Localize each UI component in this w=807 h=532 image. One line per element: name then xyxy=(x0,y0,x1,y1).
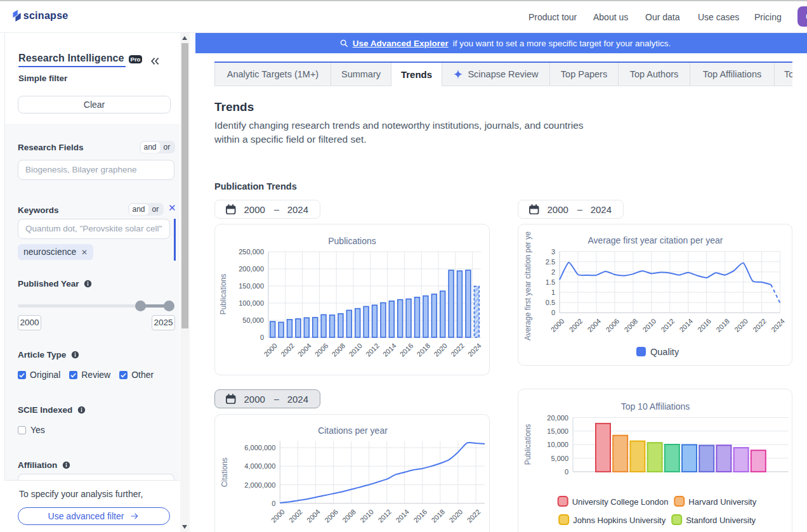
svg-text:50,000: 50,000 xyxy=(242,316,264,324)
svg-text:2.5: 2.5 xyxy=(546,258,555,266)
svg-text:2000: 2000 xyxy=(549,317,566,334)
svg-text:200,000: 200,000 xyxy=(239,265,264,273)
svg-text:2012: 2012 xyxy=(364,342,381,358)
svg-text:Citations: Citations xyxy=(220,458,229,488)
svg-text:10,000: 10,000 xyxy=(547,441,568,448)
svg-text:Citations per year: Citations per year xyxy=(318,425,388,436)
svg-text:6,000,000: 6,000,000 xyxy=(244,444,275,451)
svg-text:Average first year citation pe: Average first year citation per year xyxy=(588,235,723,245)
svg-text:2014: 2014 xyxy=(394,508,410,524)
svg-text:2000: 2000 xyxy=(262,342,279,358)
svg-text:2000: 2000 xyxy=(270,508,286,524)
svg-text:2018: 2018 xyxy=(430,508,446,524)
svg-text:2018: 2018 xyxy=(714,317,731,334)
svg-text:2014: 2014 xyxy=(381,342,398,358)
svg-text:2: 2 xyxy=(551,268,555,276)
svg-text:0: 0 xyxy=(551,309,555,316)
svg-text:2002: 2002 xyxy=(279,342,296,358)
svg-text:2006: 2006 xyxy=(605,317,621,334)
svg-text:2022: 2022 xyxy=(466,508,482,524)
svg-text:20,000: 20,000 xyxy=(547,414,568,422)
svg-text:4,000,000: 4,000,000 xyxy=(244,462,275,470)
svg-text:2024: 2024 xyxy=(770,317,786,334)
svg-text:2002: 2002 xyxy=(568,317,584,334)
svg-text:0: 0 xyxy=(272,500,275,507)
svg-text:2004: 2004 xyxy=(586,317,603,334)
svg-text:Top 10 Affiliations: Top 10 Affiliations xyxy=(621,401,690,412)
svg-text:Quality: Quality xyxy=(650,347,679,357)
svg-text:Publications: Publications xyxy=(328,236,376,246)
svg-text:2024: 2024 xyxy=(466,342,483,358)
svg-text:100,000: 100,000 xyxy=(239,299,264,307)
svg-text:Publications: Publications xyxy=(219,274,228,315)
svg-text:3: 3 xyxy=(551,248,555,256)
svg-text:2002: 2002 xyxy=(287,508,304,524)
svg-text:2006: 2006 xyxy=(323,508,339,524)
svg-text:2010: 2010 xyxy=(641,317,657,334)
svg-text:2008: 2008 xyxy=(623,317,640,334)
svg-text:2010: 2010 xyxy=(358,508,375,524)
svg-text:1: 1 xyxy=(551,289,555,296)
svg-text:2016: 2016 xyxy=(398,342,415,358)
svg-text:150,000: 150,000 xyxy=(239,282,264,290)
svg-text:2006: 2006 xyxy=(313,342,330,358)
svg-text:University College London: University College London xyxy=(572,497,669,507)
svg-text:2020: 2020 xyxy=(733,317,749,334)
svg-text:5,000: 5,000 xyxy=(551,455,568,462)
svg-text:0: 0 xyxy=(260,334,264,341)
svg-text:Publications: Publications xyxy=(523,424,532,465)
svg-text:0.5: 0.5 xyxy=(546,299,555,306)
svg-text:Stanford University: Stanford University xyxy=(686,516,756,525)
svg-text:2004: 2004 xyxy=(296,342,313,358)
svg-text:2004: 2004 xyxy=(305,508,322,524)
svg-text:15,000: 15,000 xyxy=(547,427,568,435)
svg-text:2020: 2020 xyxy=(432,342,449,358)
svg-text:2,000,000: 2,000,000 xyxy=(244,481,275,489)
svg-text:2020: 2020 xyxy=(448,508,464,524)
svg-text:0: 0 xyxy=(565,468,568,476)
svg-text:250,000: 250,000 xyxy=(239,248,264,256)
svg-text:2008: 2008 xyxy=(331,342,347,358)
svg-text:1.5: 1.5 xyxy=(546,278,555,286)
svg-text:2014: 2014 xyxy=(678,317,694,334)
svg-text:Harvard University: Harvard University xyxy=(688,497,756,507)
svg-text:Average first year citation pe: Average first year citation per ye xyxy=(523,231,532,341)
svg-text:2012: 2012 xyxy=(659,317,676,334)
svg-text:2018: 2018 xyxy=(416,342,432,358)
svg-text:2008: 2008 xyxy=(341,508,357,524)
svg-text:2010: 2010 xyxy=(347,342,364,358)
svg-text:2012: 2012 xyxy=(376,508,393,524)
svg-text:2016: 2016 xyxy=(696,317,712,334)
svg-text:2022: 2022 xyxy=(751,317,768,334)
svg-text:2016: 2016 xyxy=(412,508,428,524)
svg-text:2022: 2022 xyxy=(449,342,466,358)
svg-text:Johns Hopkins University: Johns Hopkins University xyxy=(573,516,666,525)
